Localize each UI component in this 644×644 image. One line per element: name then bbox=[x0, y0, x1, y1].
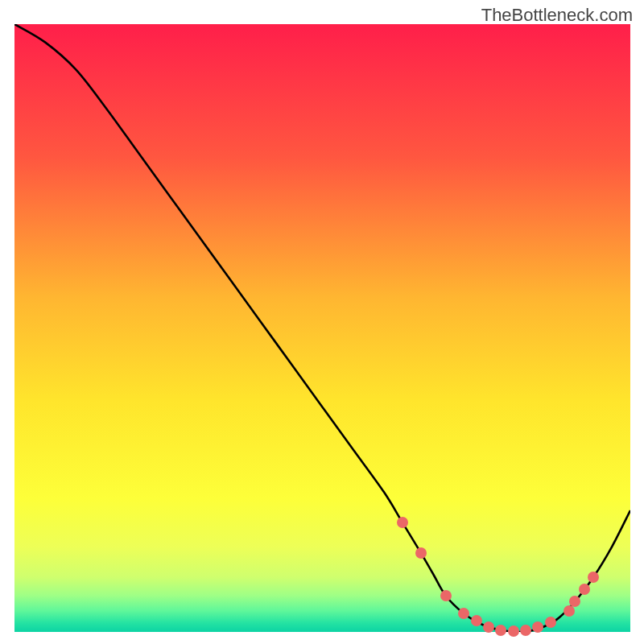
marker-dot bbox=[508, 625, 519, 637]
bottleneck-curve bbox=[14, 24, 630, 632]
chart-area bbox=[14, 24, 630, 632]
marker-dot bbox=[532, 621, 543, 633]
marker-dot bbox=[483, 621, 494, 633]
marker-dot bbox=[415, 547, 427, 559]
marker-dot bbox=[440, 590, 452, 601]
marker-dot bbox=[495, 625, 506, 636]
marker-dot bbox=[569, 596, 580, 607]
marker-dot bbox=[520, 625, 531, 636]
marker-dot bbox=[579, 584, 590, 595]
marker-dot bbox=[458, 608, 469, 619]
marker-dot bbox=[397, 517, 408, 528]
marker-dot bbox=[588, 572, 599, 583]
curve-layer bbox=[14, 24, 630, 632]
watermark-text: TheBottleneck.com bbox=[481, 5, 633, 26]
marker-dot bbox=[471, 615, 482, 626]
marker-dot bbox=[545, 617, 556, 628]
